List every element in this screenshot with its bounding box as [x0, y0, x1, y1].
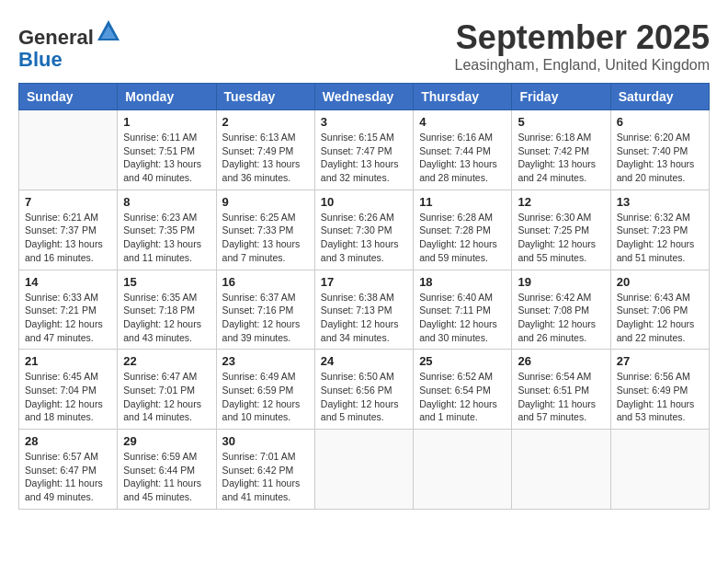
calendar-cell: [414, 430, 512, 510]
day-number: 7: [25, 195, 111, 209]
day-info: Sunrise: 6:57 AMSunset: 6:47 PMDaylight:…: [25, 450, 111, 504]
day-info: Sunrise: 6:32 AMSunset: 7:23 PMDaylight:…: [617, 211, 703, 265]
calendar-cell: 21Sunrise: 6:45 AMSunset: 7:04 PMDayligh…: [19, 350, 118, 430]
calendar-cell: [314, 430, 413, 510]
day-info: Sunrise: 6:40 AMSunset: 7:11 PMDaylight:…: [419, 291, 506, 345]
day-info: Sunrise: 6:15 AMSunset: 7:47 PMDaylight:…: [321, 131, 407, 185]
weekday-header-monday: Monday: [118, 84, 216, 110]
calendar-cell: 20Sunrise: 6:43 AMSunset: 7:06 PMDayligh…: [610, 270, 709, 350]
weekday-header-thursday: Thursday: [414, 84, 512, 110]
calendar-cell: [512, 430, 610, 510]
day-number: 23: [222, 354, 309, 368]
day-number: 20: [617, 275, 703, 289]
calendar-cell: 4Sunrise: 6:16 AMSunset: 7:44 PMDaylight…: [414, 110, 512, 190]
day-info: Sunrise: 6:37 AMSunset: 7:16 PMDaylight:…: [222, 291, 309, 345]
calendar-cell: 12Sunrise: 6:30 AMSunset: 7:25 PMDayligh…: [512, 190, 610, 270]
calendar-cell: 26Sunrise: 6:54 AMSunset: 6:51 PMDayligh…: [512, 350, 610, 430]
calendar-cell: 18Sunrise: 6:40 AMSunset: 7:11 PMDayligh…: [414, 270, 512, 350]
day-info: Sunrise: 6:45 AMSunset: 7:04 PMDaylight:…: [25, 370, 111, 424]
calendar-cell: 16Sunrise: 6:37 AMSunset: 7:16 PMDayligh…: [216, 270, 314, 350]
calendar-cell: 24Sunrise: 6:50 AMSunset: 6:56 PMDayligh…: [314, 350, 413, 430]
day-number: 2: [222, 115, 309, 129]
weekday-header-friday: Friday: [512, 84, 610, 110]
day-number: 30: [222, 434, 309, 448]
day-number: 18: [419, 275, 506, 289]
day-info: Sunrise: 6:16 AMSunset: 7:44 PMDaylight:…: [419, 131, 506, 185]
day-number: 19: [518, 275, 604, 289]
day-info: Sunrise: 6:13 AMSunset: 7:49 PMDaylight:…: [222, 131, 309, 185]
day-number: 11: [419, 195, 506, 209]
calendar-cell: 15Sunrise: 6:35 AMSunset: 7:18 PMDayligh…: [118, 270, 216, 350]
calendar-cell: 2Sunrise: 6:13 AMSunset: 7:49 PMDaylight…: [216, 110, 314, 190]
day-number: 6: [617, 115, 703, 129]
day-number: 3: [321, 115, 407, 129]
day-info: Sunrise: 6:38 AMSunset: 7:13 PMDaylight:…: [321, 291, 407, 345]
day-info: Sunrise: 6:52 AMSunset: 6:54 PMDaylight:…: [419, 370, 506, 424]
day-number: 28: [25, 434, 111, 448]
day-number: 14: [25, 275, 111, 289]
day-number: 26: [518, 354, 604, 368]
day-info: Sunrise: 6:26 AMSunset: 7:30 PMDaylight:…: [321, 211, 407, 265]
day-info: Sunrise: 6:47 AMSunset: 7:01 PMDaylight:…: [123, 370, 210, 424]
day-info: Sunrise: 6:50 AMSunset: 6:56 PMDaylight:…: [321, 370, 407, 424]
calendar-cell: 14Sunrise: 6:33 AMSunset: 7:21 PMDayligh…: [19, 270, 118, 350]
day-info: Sunrise: 7:01 AMSunset: 6:42 PMDaylight:…: [222, 450, 309, 504]
day-number: 9: [222, 195, 309, 209]
calendar-cell: 11Sunrise: 6:28 AMSunset: 7:28 PMDayligh…: [414, 190, 512, 270]
calendar-week-row: 7Sunrise: 6:21 AMSunset: 7:37 PMDaylight…: [19, 190, 710, 270]
day-info: Sunrise: 6:20 AMSunset: 7:40 PMDaylight:…: [617, 131, 703, 185]
calendar-cell: [19, 110, 118, 190]
day-info: Sunrise: 6:30 AMSunset: 7:25 PMDaylight:…: [518, 211, 604, 265]
day-number: 10: [321, 195, 407, 209]
logo: General Blue: [18, 18, 121, 71]
logo-icon: [96, 18, 121, 44]
calendar-table: SundayMondayTuesdayWednesdayThursdayFrid…: [18, 83, 710, 510]
day-info: Sunrise: 6:42 AMSunset: 7:08 PMDaylight:…: [518, 291, 604, 345]
location: Leasingham, England, United Kingdom: [454, 57, 710, 74]
calendar-week-row: 14Sunrise: 6:33 AMSunset: 7:21 PMDayligh…: [19, 270, 710, 350]
weekday-header-tuesday: Tuesday: [216, 84, 314, 110]
day-info: Sunrise: 6:25 AMSunset: 7:33 PMDaylight:…: [222, 211, 309, 265]
day-info: Sunrise: 6:18 AMSunset: 7:42 PMDaylight:…: [518, 131, 604, 185]
calendar-cell: 25Sunrise: 6:52 AMSunset: 6:54 PMDayligh…: [414, 350, 512, 430]
day-number: 29: [123, 434, 210, 448]
logo-text: General: [18, 18, 121, 49]
calendar-cell: 30Sunrise: 7:01 AMSunset: 6:42 PMDayligh…: [216, 430, 314, 510]
day-number: 16: [222, 275, 309, 289]
day-number: 24: [321, 354, 407, 368]
page-header: General Blue September 2025 Leasingham, …: [18, 18, 710, 74]
day-info: Sunrise: 6:21 AMSunset: 7:37 PMDaylight:…: [25, 211, 111, 265]
day-number: 17: [321, 275, 407, 289]
day-info: Sunrise: 6:54 AMSunset: 6:51 PMDaylight:…: [518, 370, 604, 424]
day-number: 4: [419, 115, 506, 129]
day-number: 5: [518, 115, 604, 129]
day-info: Sunrise: 6:59 AMSunset: 6:44 PMDaylight:…: [123, 450, 210, 504]
day-number: 12: [518, 195, 604, 209]
day-info: Sunrise: 6:23 AMSunset: 7:35 PMDaylight:…: [123, 211, 210, 265]
day-info: Sunrise: 6:43 AMSunset: 7:06 PMDaylight:…: [617, 291, 703, 345]
calendar-cell: 17Sunrise: 6:38 AMSunset: 7:13 PMDayligh…: [314, 270, 413, 350]
day-number: 13: [617, 195, 703, 209]
calendar-cell: 29Sunrise: 6:59 AMSunset: 6:44 PMDayligh…: [118, 430, 216, 510]
calendar-cell: 3Sunrise: 6:15 AMSunset: 7:47 PMDaylight…: [314, 110, 413, 190]
day-info: Sunrise: 6:49 AMSunset: 6:59 PMDaylight:…: [222, 370, 309, 424]
day-number: 1: [123, 115, 210, 129]
calendar-cell: 1Sunrise: 6:11 AMSunset: 7:51 PMDaylight…: [118, 110, 216, 190]
calendar-cell: 19Sunrise: 6:42 AMSunset: 7:08 PMDayligh…: [512, 270, 610, 350]
calendar-week-row: 28Sunrise: 6:57 AMSunset: 6:47 PMDayligh…: [19, 430, 710, 510]
calendar-cell: 6Sunrise: 6:20 AMSunset: 7:40 PMDaylight…: [610, 110, 709, 190]
logo-blue: Blue: [18, 48, 63, 71]
logo-blue-text: Blue: [18, 49, 121, 71]
day-info: Sunrise: 6:11 AMSunset: 7:51 PMDaylight:…: [123, 131, 210, 185]
calendar-cell: 7Sunrise: 6:21 AMSunset: 7:37 PMDaylight…: [19, 190, 118, 270]
calendar-cell: 9Sunrise: 6:25 AMSunset: 7:33 PMDaylight…: [216, 190, 314, 270]
weekday-header-wednesday: Wednesday: [314, 84, 413, 110]
calendar-cell: 28Sunrise: 6:57 AMSunset: 6:47 PMDayligh…: [19, 430, 118, 510]
logo-general: General: [18, 26, 94, 49]
day-number: 21: [25, 354, 111, 368]
calendar-cell: [610, 430, 709, 510]
calendar-cell: 10Sunrise: 6:26 AMSunset: 7:30 PMDayligh…: [314, 190, 413, 270]
day-number: 22: [123, 354, 210, 368]
calendar-cell: 8Sunrise: 6:23 AMSunset: 7:35 PMDaylight…: [118, 190, 216, 270]
weekday-header-row: SundayMondayTuesdayWednesdayThursdayFrid…: [19, 84, 710, 110]
